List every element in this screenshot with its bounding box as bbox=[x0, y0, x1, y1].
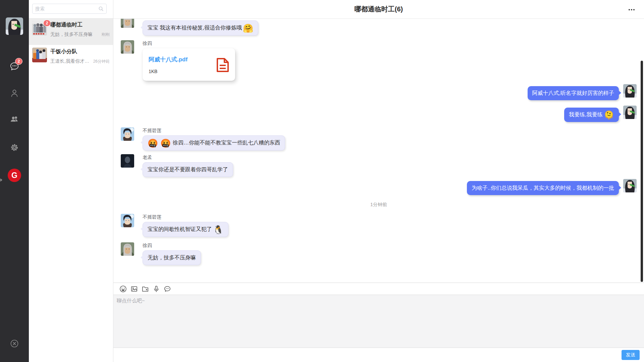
avatar-xusi[interactable] bbox=[121, 19, 134, 28]
send-button[interactable]: 发送 bbox=[622, 350, 640, 360]
unread-badge: 2 bbox=[43, 20, 51, 26]
search-icon[interactable] bbox=[98, 6, 104, 11]
scrollbar-thumb[interactable] bbox=[641, 61, 643, 282]
avatar-self[interactable] bbox=[623, 84, 637, 98]
file-upload-icon[interactable] bbox=[141, 285, 149, 293]
file-size: 1KB bbox=[149, 69, 187, 74]
avatar-laomeng[interactable] bbox=[121, 154, 134, 168]
message-input[interactable] bbox=[113, 295, 644, 348]
avatar-buyaobilian[interactable] bbox=[121, 214, 134, 227]
message-outgoing: 我要练,我要练🫠 bbox=[121, 106, 637, 122]
avatar-self[interactable] bbox=[623, 106, 637, 119]
collapse-arrow[interactable] bbox=[0, 178, 2, 182]
chats-nav-button[interactable]: 2 bbox=[9, 61, 19, 71]
penguin-emoji: 🐧 bbox=[213, 225, 223, 234]
search-input[interactable] bbox=[33, 6, 98, 11]
avatar-buyaobilian[interactable] bbox=[121, 127, 134, 141]
send-row: 发送 bbox=[113, 348, 644, 362]
avatar-xusi[interactable] bbox=[121, 40, 134, 54]
angry-emoji: 🤬 🤬 bbox=[148, 138, 171, 148]
app-window: 2 G bbox=[0, 0, 644, 362]
message-outgoing: 为啥子..你们总说我呆瓜，其实大多的时候，我都机制的一批 bbox=[121, 179, 637, 195]
user-avatar[interactable] bbox=[6, 17, 23, 35]
message-incoming: 徐四 阿威十八式.pdf 1KB bbox=[121, 40, 637, 81]
image-upload-icon[interactable] bbox=[130, 285, 138, 293]
hug-emoji: 🤗 bbox=[243, 23, 253, 33]
chat-history-icon[interactable] bbox=[163, 285, 171, 293]
nav-rail: 2 G bbox=[0, 0, 29, 362]
group-people-icon bbox=[9, 114, 19, 124]
chat-title: 哪都通临时工(6) bbox=[113, 0, 644, 18]
chat-panel: 哪都通临时工(6) 宝宝 我这有本祖传秘笈,很适合你修炼哦🤗 徐四 阿威十八式.… bbox=[113, 0, 644, 362]
contacts-nav-button[interactable] bbox=[9, 88, 19, 98]
chat-time: 刚刚 bbox=[102, 32, 110, 38]
contact-person-icon bbox=[9, 88, 19, 98]
sender-name: 不摇碧莲 bbox=[143, 214, 228, 220]
sender-name: 徐四 bbox=[143, 243, 201, 248]
chat-name: 哪都通临时工 bbox=[50, 21, 110, 28]
message-bubble: 🤬 🤬徐四…你能不能不教宝宝一些乱七八糟的东西 bbox=[143, 135, 285, 150]
avatar-self[interactable] bbox=[623, 179, 637, 192]
time-divider: 1分钟前 bbox=[121, 195, 637, 214]
composer: 发送 bbox=[113, 283, 644, 362]
message-incoming: 老孟 宝宝你还是不要跟着你四哥乱学了 bbox=[121, 154, 637, 177]
message-bubble: 为啥子..你们总说我呆瓜，其实大多的时候，我都机制的一批 bbox=[467, 181, 619, 195]
chat-list: 2 哪都通临时工 无妨，技多不压身嘛 刚刚 干饭小分队 王道长,我看你才… 26… bbox=[29, 18, 113, 72]
message-bubble: 宝宝的间歇性机智证又犯了🐧 bbox=[143, 222, 228, 237]
sender-name: 徐四 bbox=[143, 41, 235, 46]
message-bubble: 阿威十八式,听名字就好厉害的样子 bbox=[528, 86, 619, 100]
chat-last-message: 无妨，技多不压身嘛 bbox=[50, 32, 100, 38]
chat-last-message: 王道长,我看你才… bbox=[50, 58, 92, 64]
message-bubble: 宝宝你还是不要跟着你四哥乱学了 bbox=[143, 162, 233, 177]
message-list: 宝宝 我这有本祖传秘笈,很适合你修炼哦🤗 徐四 阿威十八式.pdf 1KB bbox=[113, 19, 644, 283]
melting-face-emoji: 🫠 bbox=[604, 110, 614, 120]
message-outgoing: 阿威十八式,听名字就好厉害的样子 bbox=[121, 84, 637, 100]
pdf-file-icon bbox=[216, 58, 229, 72]
close-circle-icon bbox=[9, 339, 19, 349]
composer-toolbar bbox=[113, 283, 644, 295]
message-incoming: 不摇碧莲 🤬 🤬徐四…你能不能不教宝宝一些乱七八糟的东西 bbox=[121, 127, 637, 150]
message-bubble: 无妨，技多不压身嘛 bbox=[143, 250, 201, 265]
app-logo[interactable]: G bbox=[8, 169, 21, 182]
sender-name: 老孟 bbox=[143, 155, 233, 160]
chat-list-panel: 2 哪都通临时工 无妨，技多不压身嘛 刚刚 干饭小分队 王道长,我看你才… 26… bbox=[29, 0, 113, 362]
close-button[interactable] bbox=[9, 339, 19, 349]
more-menu-icon[interactable] bbox=[628, 8, 635, 11]
avatar-xusi[interactable] bbox=[121, 242, 134, 256]
chat-list-item-ganfan[interactable]: 干饭小分队 王道长,我看你才… 26分钟前 bbox=[29, 45, 113, 72]
chat-header: 哪都通临时工(6) bbox=[113, 0, 644, 19]
file-attachment[interactable]: 阿威十八式.pdf 1KB bbox=[143, 48, 235, 81]
groups-nav-button[interactable] bbox=[9, 114, 19, 124]
message-bubble: 宝宝 我这有本祖传秘笈,很适合你修炼哦🤗 bbox=[143, 20, 258, 36]
sender-name: 不摇碧莲 bbox=[143, 128, 285, 133]
message-incoming: 不摇碧莲 宝宝的间歇性机智证又犯了🐧 bbox=[121, 214, 637, 237]
voice-message-icon[interactable] bbox=[152, 285, 160, 293]
unread-badge: 2 bbox=[15, 58, 22, 65]
search-box bbox=[32, 4, 107, 14]
file-name: 阿威十八式.pdf bbox=[149, 56, 187, 63]
group-avatar bbox=[32, 48, 47, 62]
settings-nav-button[interactable] bbox=[9, 142, 19, 153]
message-incoming: 宝宝 我这有本祖传秘笈,很适合你修炼哦🤗 bbox=[121, 19, 637, 36]
chat-time: 26分钟前 bbox=[93, 59, 110, 64]
message-incoming: 徐四 无妨，技多不压身嘛 bbox=[121, 242, 637, 265]
chat-list-item-nadutong[interactable]: 2 哪都通临时工 无妨，技多不压身嘛 刚刚 bbox=[29, 18, 113, 45]
message-bubble: 我要练,我要练🫠 bbox=[564, 108, 619, 122]
gear-icon bbox=[9, 142, 19, 153]
chat-name: 干饭小分队 bbox=[50, 48, 110, 55]
emoji-picker-icon[interactable] bbox=[119, 285, 127, 293]
